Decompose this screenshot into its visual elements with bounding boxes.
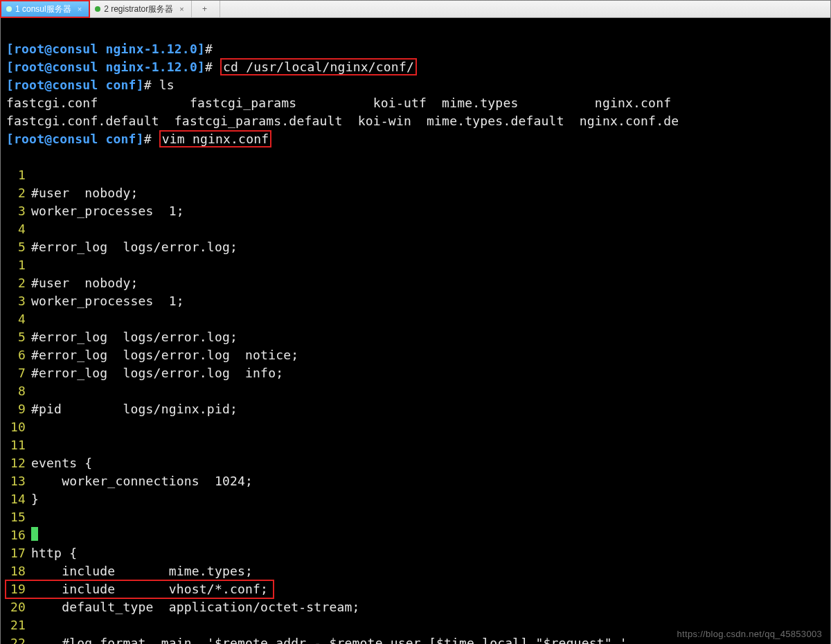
plus-icon: + (202, 4, 207, 14)
ls-output-row: fastcgi.conf.default fastcgi_params.defa… (6, 114, 679, 128)
line-number: 19 (6, 580, 26, 598)
vim-line: 19 include vhost/*.conf; (6, 580, 273, 598)
line-number: 22 (6, 634, 26, 644)
prompt-hash: # (205, 42, 220, 56)
prompt-hash: # (144, 132, 159, 146)
prompt-user: [root@consul nginx-1.12.0] (6, 60, 205, 74)
command-ls: ls (159, 78, 175, 92)
prompt-hash: # (144, 78, 159, 92)
line-number: 1 (6, 166, 26, 184)
line-number: 3 (6, 202, 26, 220)
vim-line-text: include mime.types; (31, 564, 253, 578)
line-number: 9 (6, 400, 26, 418)
highlighted-command-vim: vim nginx.conf (159, 130, 272, 147)
line-number: 3 (6, 292, 26, 310)
vim-line-text: #user nobody; (31, 276, 138, 290)
vim-line: 10 (6, 418, 828, 436)
line-number: 6 (6, 346, 26, 364)
status-dot-icon (6, 6, 12, 12)
vim-line: 8 (6, 382, 828, 400)
vim-line: 5#error_log logs/error.log; (6, 238, 828, 256)
vim-editor[interactable]: 12#user nobody;3worker_processes 1;45#er… (6, 166, 828, 644)
vim-line-text: worker_processes 1; (31, 204, 184, 218)
vim-line-text: #pid logs/nginx.pid; (31, 402, 238, 416)
vim-line: 18 include mime.types; (6, 562, 828, 580)
vim-line: 4 (6, 310, 828, 328)
vim-line-text: include vhost/*.conf; (31, 582, 268, 596)
vim-line: 1 (6, 256, 828, 274)
vim-line: 3worker_processes 1; (6, 292, 828, 310)
terminal-body[interactable]: [root@consul nginx-1.12.0]# [root@consul… (1, 18, 830, 644)
line-number: 13 (6, 472, 26, 490)
line-number: 7 (6, 364, 26, 382)
tab-consul[interactable]: 1 consul服务器 × (1, 1, 89, 17)
vim-line-text: #error_log logs/error.log info; (31, 366, 283, 380)
tab-strip: 1 consul服务器 × 2 registrator服务器 × + (1, 1, 830, 18)
line-number: 5 (6, 238, 26, 256)
line-number: 8 (6, 382, 26, 400)
line-number: 14 (6, 490, 26, 508)
vim-line: 20 default_type application/octet-stream… (6, 598, 828, 616)
vim-line: 2#user nobody; (6, 274, 828, 292)
prompt-user: [root@consul nginx-1.12.0] (6, 42, 205, 56)
line-number: 5 (6, 328, 26, 346)
vim-line-text: #error_log logs/error.log; (31, 240, 238, 254)
line-number: 2 (6, 274, 26, 292)
prompt-user: [root@consul conf] (6, 78, 144, 92)
line-number: 10 (6, 418, 26, 436)
line-number: 21 (6, 616, 26, 634)
line-number: 4 (6, 310, 26, 328)
line-number: 1 (6, 256, 26, 274)
line-number: 17 (6, 544, 26, 562)
vim-line: 11 (6, 436, 828, 454)
tab-label: 1 consul服务器 (15, 3, 71, 15)
vim-line: 7#error_log logs/error.log info; (6, 364, 828, 382)
cursor-icon (31, 527, 38, 541)
tab-label: 2 registrator服务器 (104, 3, 173, 15)
vim-line-text: } (31, 492, 39, 506)
line-number: 20 (6, 598, 26, 616)
vim-line: 14} (6, 490, 828, 508)
vim-line: 6#error_log logs/error.log notice; (6, 346, 828, 364)
vim-line-text: events { (31, 456, 92, 470)
vim-line: 17http { (6, 544, 828, 562)
vim-line: 3worker_processes 1; (6, 202, 828, 220)
terminal-window: 1 consul服务器 × 2 registrator服务器 × + [root… (0, 0, 831, 644)
vim-line: 9#pid logs/nginx.pid; (6, 400, 828, 418)
highlighted-command-cd: cd /usr/local/nginx/conf/ (220, 58, 417, 75)
vim-line-text: #error_log logs/error.log notice; (31, 348, 298, 362)
status-dot-icon (95, 6, 100, 12)
line-number: 2 (6, 184, 26, 202)
watermark: https://blog.csdn.net/qq_45853003 (677, 629, 822, 639)
vim-line-text: default_type application/octet-stream; (31, 600, 360, 614)
prompt-user: [root@consul conf] (6, 132, 144, 146)
close-icon[interactable]: × (179, 5, 184, 13)
vim-line: 15 (6, 508, 828, 526)
vim-line: 16 (6, 526, 828, 544)
vim-line: 13 worker_connections 1024; (6, 472, 828, 490)
vim-line-text: worker_connections 1024; (31, 474, 253, 488)
line-number: 12 (6, 454, 26, 472)
line-number: 4 (6, 220, 26, 238)
tab-registrator[interactable]: 2 registrator服务器 × (89, 1, 191, 17)
vim-line: 1 (6, 166, 828, 184)
close-icon[interactable]: × (78, 5, 82, 13)
vim-line: 12events { (6, 454, 828, 472)
vim-line-text: http { (31, 546, 77, 560)
line-number: 11 (6, 436, 26, 454)
vim-line: 4 (6, 220, 828, 238)
vim-line: 5#error_log logs/error.log; (6, 328, 828, 346)
vim-line: 2#user nobody; (6, 184, 828, 202)
line-number: 18 (6, 562, 26, 580)
blank-line (6, 150, 14, 164)
prompt-hash: # (205, 60, 220, 74)
ls-output-row: fastcgi.conf fastcgi_params koi-utf mime… (6, 96, 671, 110)
new-tab-button[interactable]: + (192, 1, 220, 17)
vim-line-text: #log_format main '$remote_addr - $remote… (31, 636, 627, 644)
vim-line-text: #error_log logs/error.log; (31, 330, 238, 344)
vim-line-text: #user nobody; (31, 186, 138, 200)
line-number: 16 (6, 526, 26, 544)
vim-line-text: worker_processes 1; (31, 294, 184, 308)
line-number: 15 (6, 508, 26, 526)
